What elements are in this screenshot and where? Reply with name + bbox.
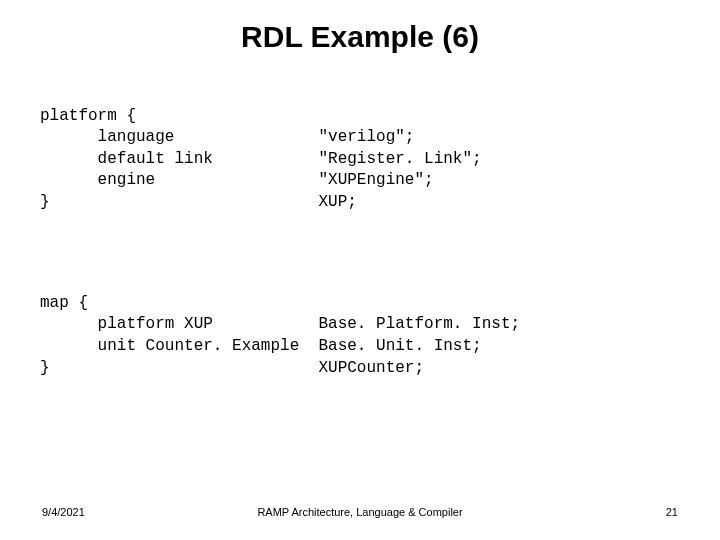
code-line: } XUP; (40, 193, 357, 211)
code-line: } XUPCounter; (40, 359, 424, 377)
slide: RDL Example (6) platform { language "ver… (0, 0, 720, 540)
code-line: language "verilog"; (40, 128, 414, 146)
code-line: map { (40, 294, 88, 312)
code-line: platform { (40, 107, 136, 125)
slide-title: RDL Example (6) (40, 20, 680, 54)
code-line: default link "Register. Link"; (40, 150, 482, 168)
code-line: engine "XUPEngine"; (40, 171, 434, 189)
footer-title: RAMP Architecture, Language & Compiler (0, 506, 720, 518)
code-line: unit Counter. Example Base. Unit. Inst; (40, 337, 482, 355)
code-line: platform XUP Base. Platform. Inst; (40, 315, 520, 333)
footer: 9/4/2021 RAMP Architecture, Language & C… (0, 506, 720, 518)
code-block-1: platform { language "verilog"; default l… (40, 84, 680, 235)
code-block-2: map { platform XUP Base. Platform. Inst;… (40, 271, 680, 401)
